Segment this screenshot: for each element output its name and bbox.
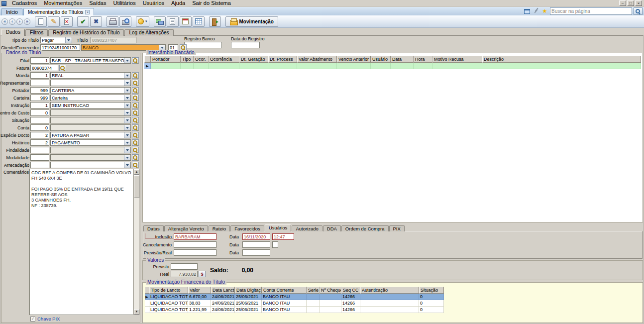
field-code-input[interactable]: [30, 154, 49, 161]
lookup-button[interactable]: [132, 147, 139, 153]
chevron-down-icon[interactable]: [124, 110, 130, 115]
tab-filtros[interactable]: Filtros: [25, 29, 48, 36]
window-icon[interactable]: [523, 8, 531, 14]
mov-row[interactable]: LIQUIDACAO TOTAL38,8324/06/202125/06/202…: [145, 300, 444, 307]
field-code-input[interactable]: [30, 109, 49, 116]
doc-tab-movimentacao-de-titulos[interactable]: Movimentação de Títulos×: [23, 8, 95, 15]
chevron-down-icon[interactable]: [124, 88, 130, 93]
cards-button[interactable]: [154, 16, 166, 27]
field-code-input[interactable]: [30, 102, 49, 108]
inclusao-date-input[interactable]: [242, 233, 270, 240]
grid-button[interactable]: [193, 16, 205, 27]
menu-sair-do-sistema[interactable]: Sair do Sistema: [189, 0, 234, 6]
calendar-button[interactable]: [180, 16, 192, 27]
field-combo-arrecadacao[interactable]: [50, 162, 131, 168]
lookup-button[interactable]: [132, 102, 139, 108]
inclusao-time-input[interactable]: [272, 233, 294, 240]
menu-ajuda[interactable]: Ajuda: [168, 0, 189, 6]
print-button[interactable]: [107, 16, 118, 27]
field-combo-conta[interactable]: [50, 124, 131, 131]
export-button[interactable]: ▾: [136, 16, 149, 27]
detail-tab-autorizado[interactable]: Autorizado: [292, 225, 322, 231]
field-combo-portador[interactable]: CARTEIRA: [50, 87, 131, 94]
titulo-input[interactable]: [91, 37, 136, 43]
nav-first-button[interactable]: [1, 18, 8, 25]
real-input[interactable]: [171, 271, 198, 277]
field-code-input[interactable]: [30, 162, 49, 168]
nav-prev-button[interactable]: [9, 18, 15, 25]
field-combo-representante[interactable]: [50, 80, 131, 86]
field-combo-centro-de-custo[interactable]: [50, 109, 131, 116]
restore-button[interactable]: □: [627, 0, 634, 6]
new-button[interactable]: [35, 16, 47, 27]
scroll-thumb[interactable]: [134, 175, 139, 198]
field-code-input[interactable]: [30, 139, 49, 146]
lookup-button[interactable]: [132, 95, 139, 101]
chevron-down-icon[interactable]: [124, 58, 130, 63]
cancelamento-time-input[interactable]: [272, 241, 278, 248]
cancelamento-date-input[interactable]: [242, 241, 270, 248]
intercambio-row[interactable]: ▶: [144, 63, 641, 69]
close-button[interactable]: ×: [635, 0, 642, 6]
chevron-down-icon[interactable]: [65, 37, 72, 43]
chevron-down-icon[interactable]: [124, 117, 130, 123]
tab-close-icon[interactable]: ×: [85, 10, 90, 14]
field-code-input[interactable]: [30, 95, 49, 101]
field-code-input[interactable]: [30, 80, 49, 86]
field-code-input[interactable]: [30, 132, 49, 138]
chevron-down-icon[interactable]: [124, 125, 130, 130]
chevron-down-icon[interactable]: [124, 80, 130, 86]
chevron-down-icon[interactable]: [124, 73, 130, 78]
lookup-button[interactable]: [132, 80, 139, 86]
nav-next-button[interactable]: [16, 18, 23, 25]
cliente-fornecedor-input[interactable]: [40, 44, 80, 51]
lookup-button[interactable]: [132, 124, 139, 131]
cancel-button[interactable]: [90, 16, 102, 27]
lookup-button[interactable]: [59, 65, 66, 71]
tipo-titulo-combo[interactable]: Pagar: [40, 37, 72, 43]
exit-button[interactable]: [209, 16, 221, 27]
detail-tab-rateio[interactable]: Rateio: [209, 225, 230, 231]
chevron-down-icon[interactable]: [124, 147, 130, 153]
lookup-button[interactable]: [132, 154, 139, 161]
confirm-button[interactable]: [77, 16, 89, 27]
lookup-button[interactable]: [132, 87, 139, 94]
detail-tab-pix[interactable]: PIX: [389, 225, 405, 231]
menu-usuarios[interactable]: Usuários: [139, 0, 168, 6]
field-combo-historico[interactable]: PAGAMENTO: [50, 139, 131, 146]
comentarios-textarea[interactable]: CDC REF A COMPRA DE 01 CAMINHÃO VOLVO FH…: [29, 169, 133, 315]
previsao-date-input[interactable]: [242, 249, 270, 256]
scroll-up-icon[interactable]: ▲: [134, 169, 139, 175]
favorites-star-icon[interactable]: [541, 8, 548, 14]
field-combo-carteira[interactable]: Carteira: [50, 95, 131, 101]
detail-tab-dda[interactable]: DDA: [323, 225, 341, 231]
chevron-down-icon[interactable]: [124, 162, 130, 168]
menu-cadastros[interactable]: Cadastros: [8, 0, 40, 6]
field-combo-filial[interactable]: BAR - SP - TRANSLUTE TRANSPORTES RODOV: [50, 57, 131, 64]
lookup-button[interactable]: [132, 132, 139, 138]
minimize-button[interactable]: –: [619, 0, 626, 6]
field-combo-especie-docto[interactable]: FATURA A PAGAR: [50, 132, 131, 138]
scroll-down-icon[interactable]: ▼: [134, 309, 139, 315]
previsao-user-input[interactable]: [174, 249, 216, 256]
doc-tab-inicio[interactable]: Início: [1, 8, 22, 15]
edit-button[interactable]: [48, 16, 60, 27]
delete-button[interactable]: [61, 16, 73, 27]
chevron-down-icon[interactable]: [124, 155, 130, 160]
tab-log-de-alteracoes[interactable]: Log de Alterações: [124, 29, 173, 36]
lookup-button[interactable]: [132, 117, 139, 123]
chevron-down-icon[interactable]: [124, 132, 130, 138]
chave-pix-checkbox[interactable]: [30, 317, 35, 322]
field-code-input[interactable]: [30, 57, 49, 64]
lookup-button[interactable]: [132, 57, 139, 64]
print-preview-button[interactable]: [119, 16, 131, 27]
mov-row[interactable]: LIQUIDACAO TOTAL1.221,9924/06/202125/06/…: [145, 307, 444, 313]
fatura-input[interactable]: [30, 65, 58, 71]
data-registro-input[interactable]: [231, 42, 260, 48]
page-search-input[interactable]: [550, 7, 632, 15]
tab-registro-de-historico-do-titulo[interactable]: Registro de Histórico do Título: [48, 29, 124, 36]
tools-icon[interactable]: [532, 8, 539, 14]
field-combo-instrucao[interactable]: SEM INSTRUCAO: [50, 102, 131, 108]
chevron-down-icon[interactable]: [124, 140, 130, 145]
lookup-button[interactable]: [132, 109, 139, 116]
